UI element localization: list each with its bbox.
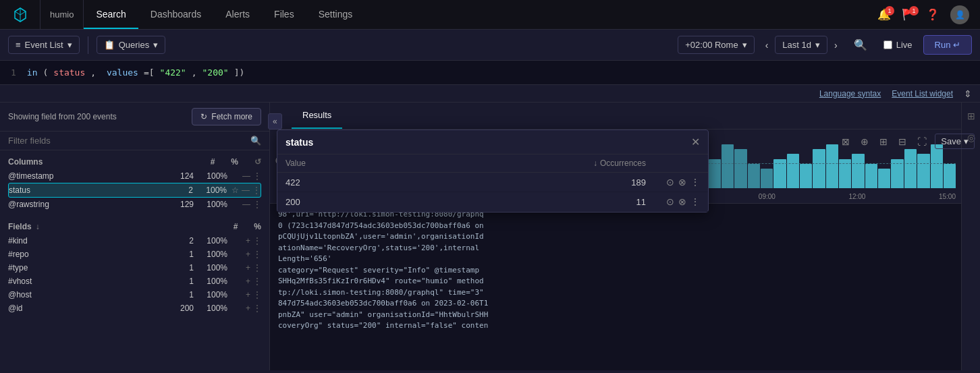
add-icon-vhost[interactable]: + [246, 277, 250, 286]
nav-tab-dashboards[interactable]: Dashboards [138, 0, 214, 29]
event-list-widget-link[interactable]: Event List widget [892, 89, 953, 98]
refresh-cols-icon[interactable]: ↺ [254, 157, 261, 167]
collapse-panel-button[interactable]: « [268, 113, 282, 130]
next-time-button[interactable]: › [829, 36, 843, 54]
live-toggle[interactable]: Live [878, 40, 918, 50]
minus-icon-rawstring[interactable]: — [242, 200, 250, 209]
more-icon-repo[interactable]: ⋮ [253, 250, 261, 259]
save-button[interactable]: Save ▾ [935, 134, 975, 149]
time-label-7: 12:00 [848, 193, 865, 200]
minus-icon-timestamp[interactable]: — [242, 171, 250, 181]
field-actions-type: + ⋮ [227, 263, 261, 272]
filter-fields-input[interactable] [8, 136, 246, 146]
filter-include-icon[interactable]: ⊙ [666, 177, 674, 188]
column-count-rawstring: 129 [160, 200, 194, 209]
sort-arrow-icon[interactable]: ↓ [593, 159, 597, 168]
logo[interactable] [0, 0, 40, 29]
flags-icon[interactable]: 🚩 1 [902, 8, 915, 21]
chart-bar [931, 144, 943, 188]
chart-icon-2[interactable]: ⊕ [858, 135, 871, 148]
run-button[interactable]: Run ↵ [923, 35, 972, 55]
more-icon-host[interactable]: ⋮ [253, 290, 261, 299]
more-icon-status[interactable]: ⋮ [252, 185, 261, 195]
popup-close-button[interactable]: ✕ [691, 136, 700, 148]
chart-icon-4[interactable]: ⊟ [896, 135, 909, 148]
popup-header: status ✕ [277, 130, 708, 154]
chart-bar [944, 164, 956, 188]
time-range-button[interactable]: Last 1d ▾ [775, 36, 827, 54]
field-row-vhost[interactable]: #vhost 1 100% + ⋮ [8, 275, 261, 288]
field-row-type[interactable]: #type 1 100% + ⋮ [8, 261, 261, 275]
timezone-selector[interactable]: +02:00 Rome ▾ [678, 36, 754, 54]
right-panel: Results ⊠ ⊕ ⊞ ⊟ ⛶ Save ▾ 68k 18:00 21:00… [270, 103, 980, 370]
more-icon-kind[interactable]: ⋮ [253, 236, 261, 246]
filter-exclude-icon-200[interactable]: ⊗ [678, 196, 686, 207]
field-count-kind: 2 [160, 236, 194, 246]
avatar[interactable]: 👤 [950, 5, 969, 24]
chart-bar [904, 149, 917, 188]
chart-toolbar: ⊠ ⊕ ⊞ ⊟ ⛶ Save ▾ [839, 134, 975, 149]
more-icon-vhost[interactable]: ⋮ [253, 277, 261, 286]
notifications-icon[interactable]: 🔔 1 [877, 8, 891, 21]
column-row-rawstring[interactable]: @rawstring 129 100% — ⋮ [8, 198, 261, 211]
zoom-out-button[interactable]: 🔍 [848, 35, 873, 55]
more-options-icon[interactable]: ⋮ [690, 177, 700, 188]
event-list-button[interactable]: ≡ Event List ▾ [8, 36, 80, 54]
add-icon-repo[interactable]: + [246, 250, 250, 259]
add-icon-kind[interactable]: + [246, 236, 250, 246]
filter-include-icon-200[interactable]: ⊙ [666, 196, 674, 207]
fetch-more-button[interactable]: ↻ Fetch more [192, 108, 261, 125]
more-icon-id[interactable]: ⋮ [253, 304, 261, 313]
results-tab[interactable]: Results [292, 103, 342, 129]
nav-tab-search[interactable]: Search [84, 0, 138, 29]
prev-time-button[interactable]: ‹ [760, 36, 774, 54]
filter-search-icon[interactable]: 🔍 [250, 136, 261, 146]
popup-row-422[interactable]: 422 189 ⊙ ⊗ ⋮ [277, 173, 708, 192]
more-icon-rawstring[interactable]: ⋮ [253, 200, 261, 209]
more-icon-type[interactable]: ⋮ [253, 263, 261, 272]
fetch-more-label: Fetch more [211, 112, 252, 121]
column-row-timestamp[interactable]: @timestamp 124 100% — ⋮ [8, 169, 261, 183]
language-syntax-link[interactable]: Language syntax [819, 89, 881, 98]
fields-header: Fields ↓ # % [8, 219, 261, 234]
fullscreen-icon[interactable]: ⛶ [915, 135, 929, 148]
live-checkbox-input[interactable] [883, 40, 892, 49]
add-icon-id[interactable]: + [246, 304, 250, 313]
field-count-vhost: 1 [160, 277, 194, 286]
add-icon-host[interactable]: + [246, 290, 250, 299]
nav-tab-alerts[interactable]: Alerts [213, 0, 262, 29]
minus-icon-status[interactable]: — [242, 185, 250, 195]
chart-icon-3[interactable]: ⊞ [877, 135, 890, 148]
query-keyword: values [107, 67, 138, 78]
list-icon: ≡ [16, 40, 21, 50]
chart-bar [722, 144, 734, 188]
results-header: Results [270, 103, 980, 130]
more-icon-timestamp[interactable]: ⋮ [253, 171, 261, 181]
field-row-kind[interactable]: #kind 2 100% + ⋮ [8, 234, 261, 248]
sidebar-top-icon[interactable]: ⊞ [964, 108, 978, 124]
column-row-status[interactable]: status 2 100% ☆ — ⋮ [8, 183, 261, 198]
add-icon-type[interactable]: + [246, 263, 250, 272]
column-name-status: status [9, 185, 159, 195]
filter-exclude-icon[interactable]: ⊗ [678, 177, 686, 188]
help-icon[interactable]: ❓ [926, 8, 940, 21]
field-row-id[interactable]: @id 200 100% + ⋮ [8, 302, 261, 315]
nav-tab-settings[interactable]: Settings [306, 0, 365, 29]
query-editor[interactable]: 1 in ( status , values =[ "422" , "200" … [0, 61, 980, 85]
more-options-icon-200[interactable]: ⋮ [690, 196, 700, 207]
popup-row-200[interactable]: 200 11 ⊙ ⊗ ⋮ [277, 192, 708, 212]
field-row-repo[interactable]: #repo 1 100% + ⋮ [8, 248, 261, 261]
nav-tab-files[interactable]: Files [262, 0, 306, 29]
chart-icon-1[interactable]: ⊠ [839, 135, 852, 148]
field-row-host[interactable]: @host 1 100% + ⋮ [8, 288, 261, 302]
query-field: status [53, 67, 85, 78]
field-count-host: 1 [160, 290, 194, 299]
star-icon-status[interactable]: ☆ [232, 185, 239, 195]
queries-icon: 📋 [104, 40, 115, 50]
expand-icon[interactable]: ⇕ [964, 88, 972, 99]
queries-button[interactable]: 📋 Queries ▾ [97, 36, 166, 54]
nav-tabs: Search Dashboards Alerts Files Settings [84, 0, 364, 29]
run-label: Run ↵ [935, 40, 960, 50]
time-range-arrow-icon: ▾ [815, 40, 820, 50]
fields-sort-icon[interactable]: ↓ [36, 222, 40, 231]
